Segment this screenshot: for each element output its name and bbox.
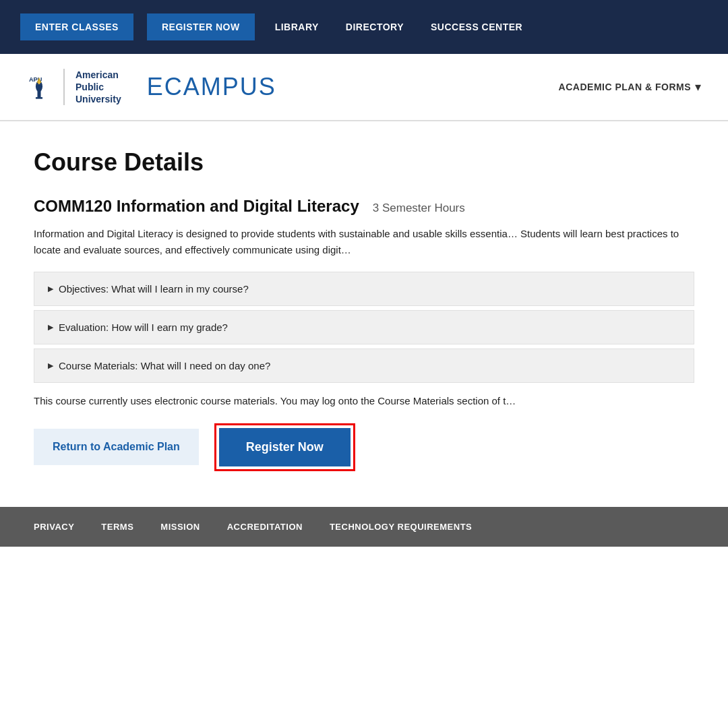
accordion-objectives-label: Objectives: What will I learn in my cour… — [59, 283, 249, 295]
academic-plan-link-label: ACADEMIC PLAN & FORMS — [559, 82, 691, 92]
ecampus-title: ECAMPUS — [133, 73, 276, 101]
accordion-objectives[interactable]: ▶ Objectives: What will I learn in my co… — [34, 272, 694, 306]
accordion-arrow-icon: ▶ — [48, 284, 53, 293]
flame-icon: APU — [27, 73, 51, 101]
course-title-row: COMM120 Information and Digital Literacy… — [34, 197, 694, 216]
university-name-block: American Public University — [63, 69, 121, 106]
course-description: Information and Digital Literacy is desi… — [34, 226, 694, 258]
svg-rect-5 — [36, 97, 42, 99]
footer-privacy-link[interactable]: PRIVACY — [34, 522, 74, 532]
action-buttons-row: Return to Academic Plan Register Now — [34, 428, 694, 466]
page-title: Course Details — [34, 148, 694, 177]
academic-plan-dropdown[interactable]: ACADEMIC PLAN & FORMS ▾ — [559, 80, 701, 94]
main-content: Course Details COMM120 Information and D… — [0, 121, 728, 507]
site-header: APU American Public University ECAMPUS A… — [0, 54, 728, 121]
chevron-down-icon: ▾ — [695, 80, 701, 94]
apu-logo-icon: APU — [27, 73, 51, 101]
accordion-evaluation[interactable]: ▶ Evaluation: How will I earn my grade? — [34, 310, 694, 344]
return-to-academic-plan-button[interactable]: Return to Academic Plan — [34, 429, 199, 465]
accordion-arrow-icon: ▶ — [48, 361, 53, 370]
enter-classes-button[interactable]: ENTER CLASSES — [20, 13, 133, 40]
accordion-materials-label: Course Materials: What will I need on da… — [59, 360, 270, 371]
semester-hours: 3 Semester Hours — [373, 202, 465, 215]
top-navigation: ENTER CLASSES REGISTER NOW LIBRARY DIREC… — [0, 0, 728, 54]
university-name: American Public University — [75, 69, 121, 106]
site-footer: PRIVACY TERMS MISSION ACCREDITATION TECH… — [0, 507, 728, 547]
svg-rect-4 — [37, 91, 40, 98]
directory-nav-link[interactable]: DIRECTORY — [339, 22, 411, 32]
footer-mission-link[interactable]: MISSION — [160, 522, 200, 532]
accordion-arrow-icon: ▶ — [48, 323, 53, 332]
course-title: COMM120 Information and Digital Literacy — [34, 197, 359, 216]
accordion-evaluation-label: Evaluation: How will I earn my grade? — [59, 322, 228, 333]
footer-technology-requirements-link[interactable]: TECHNOLOGY REQUIREMENTS — [330, 522, 472, 532]
success-center-nav-link[interactable]: SUCCESS CENTER — [424, 22, 529, 32]
register-now-button[interactable]: Register Now — [219, 428, 351, 466]
library-nav-link[interactable]: LIBRARY — [268, 22, 326, 32]
footer-accreditation-link[interactable]: ACCREDITATION — [227, 522, 303, 532]
logo-area: APU American Public University ECAMPUS — [27, 69, 276, 106]
course-materials-note: This course currently uses electronic co… — [34, 394, 694, 409]
footer-terms-link[interactable]: TERMS — [101, 522, 133, 532]
register-now-nav-button[interactable]: REGISTER NOW — [147, 13, 255, 40]
accordion-materials[interactable]: ▶ Course Materials: What will I need on … — [34, 348, 694, 383]
